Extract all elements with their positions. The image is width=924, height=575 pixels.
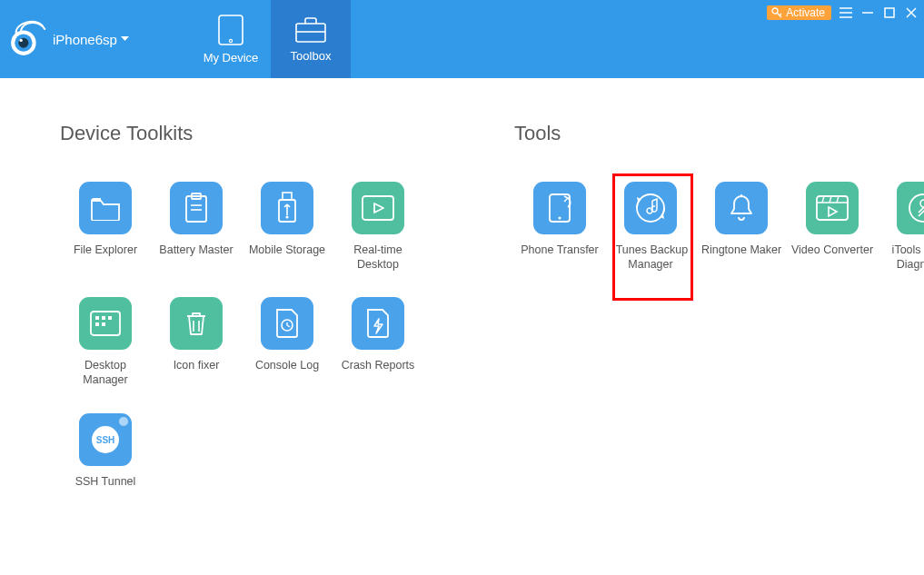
svg-point-24 <box>285 215 288 218</box>
folder-icon <box>90 195 121 221</box>
logo-area: iPhone6sp <box>0 0 191 78</box>
bolt-file-icon <box>364 308 392 339</box>
tool-ssh-tunnel[interactable]: SSH SSH Tunnel <box>60 413 151 490</box>
device-name-label: iPhone6sp <box>53 32 117 47</box>
svg-line-43 <box>822 196 824 203</box>
tool-label: Battery Master <box>154 243 238 258</box>
section-title: Tools <box>514 122 924 145</box>
tool-label: Video Converter <box>790 243 874 258</box>
svg-line-10 <box>780 14 781 15</box>
close-button[interactable] <box>904 5 919 20</box>
wrench-circle-icon <box>906 191 924 225</box>
tool-label: iTools Driver Diagnostic <box>881 243 924 272</box>
svg-rect-25 <box>363 196 393 220</box>
tool-icon-fixer[interactable]: Icon fixer <box>151 297 242 387</box>
bell-icon <box>727 193 756 223</box>
svg-point-3 <box>19 39 22 42</box>
tool-desktop-manager[interactable]: Desktop Manager <box>60 297 151 387</box>
tools-grid: Phone Transfer iTunes Backup Manager Rin… <box>514 182 924 297</box>
header-tabs: My Device Toolbox <box>191 0 351 78</box>
svg-rect-22 <box>283 193 292 200</box>
activate-label: Activate <box>786 6 825 19</box>
panel-tools: Tools Phone Transfer iTunes Backup Manag… <box>514 122 924 514</box>
section-title: Device Toolkits <box>60 122 451 145</box>
svg-text:SSH: SSH <box>96 435 115 445</box>
window-controls: Activate <box>767 5 919 20</box>
app-header: iPhone6sp My Device Toolbox Activate <box>0 0 924 78</box>
svg-rect-4 <box>219 15 243 45</box>
svg-point-46 <box>909 194 924 222</box>
tool-label: Real-time Desktop <box>336 243 420 272</box>
tablet-icon <box>218 15 243 45</box>
tool-label: Console Log <box>245 359 329 373</box>
tool-label: SSH Tunnel <box>64 475 147 490</box>
content-area: Device Toolkits File Explorer Battery Ma… <box>0 78 924 514</box>
svg-point-38 <box>559 217 561 220</box>
svg-rect-15 <box>885 8 894 17</box>
tool-label: Mobile Storage <box>245 243 329 258</box>
clipboard-icon <box>184 193 209 223</box>
tool-crash-reports[interactable]: Crash Reports <box>333 297 423 387</box>
device-selector[interactable]: iPhone6sp <box>53 32 129 47</box>
tool-realtime-desktop[interactable]: Real-time Desktop <box>333 182 423 272</box>
menu-button[interactable] <box>839 5 853 20</box>
tab-label: My Device <box>204 51 259 64</box>
toolbox-icon <box>295 16 326 44</box>
key-icon <box>771 7 782 18</box>
svg-rect-30 <box>95 322 99 326</box>
svg-line-45 <box>837 196 839 203</box>
grid-apps-icon <box>89 310 122 337</box>
tool-ringtone-maker[interactable]: Ringtone Maker <box>696 182 787 272</box>
tool-label: Phone Transfer <box>518 243 601 258</box>
tool-label: Icon fixer <box>154 359 238 373</box>
svg-rect-31 <box>102 322 105 326</box>
activate-button[interactable]: Activate <box>767 5 831 20</box>
svg-rect-6 <box>296 24 325 42</box>
app-logo-icon <box>7 19 47 59</box>
chevron-down-icon <box>121 36 129 42</box>
svg-rect-29 <box>108 316 112 320</box>
ssh-icon: SSH <box>87 421 124 458</box>
tool-label: iTunes Backup Manager <box>609 243 692 272</box>
svg-rect-28 <box>102 316 105 320</box>
tool-itunes-backup-manager[interactable]: iTunes Backup Manager <box>605 182 696 272</box>
tool-phone-transfer[interactable]: Phone Transfer <box>514 182 605 272</box>
svg-rect-41 <box>817 196 848 220</box>
tool-label: Crash Reports <box>336 359 420 373</box>
minimize-button[interactable] <box>860 5 875 20</box>
play-screen-icon <box>361 194 395 222</box>
tool-video-converter[interactable]: Video Converter <box>787 182 878 272</box>
tool-mobile-storage[interactable]: Mobile Storage <box>242 182 333 272</box>
tab-my-device[interactable]: My Device <box>191 0 271 78</box>
clock-file-icon <box>273 308 301 339</box>
phone-transfer-icon <box>546 193 573 223</box>
tool-label: Desktop Manager <box>64 359 147 387</box>
tool-label: Ringtone Maker <box>700 243 783 258</box>
tool-driver-diagnostic[interactable]: iTools Driver Diagnostic <box>878 182 924 272</box>
usb-drive-icon <box>276 192 298 224</box>
tool-file-explorer[interactable]: File Explorer <box>60 182 151 272</box>
tool-label: File Explorer <box>64 243 147 258</box>
panel-device-toolkits: Device Toolkits File Explorer Battery Ma… <box>60 122 451 514</box>
svg-rect-18 <box>186 196 206 222</box>
music-refresh-icon <box>632 190 669 226</box>
svg-line-44 <box>830 196 831 203</box>
tab-toolbox[interactable]: Toolbox <box>271 0 351 78</box>
tool-battery-master[interactable]: Battery Master <box>151 182 242 272</box>
film-play-icon <box>815 194 849 222</box>
trash-icon <box>184 309 209 338</box>
svg-rect-27 <box>95 316 99 320</box>
tab-label: Toolbox <box>291 49 332 63</box>
status-dot <box>119 417 128 426</box>
device-toolkits-grid: File Explorer Battery Master Mobile Stor… <box>60 182 451 514</box>
svg-point-5 <box>229 39 232 42</box>
tool-console-log[interactable]: Console Log <box>242 297 333 387</box>
maximize-button[interactable] <box>882 5 897 20</box>
